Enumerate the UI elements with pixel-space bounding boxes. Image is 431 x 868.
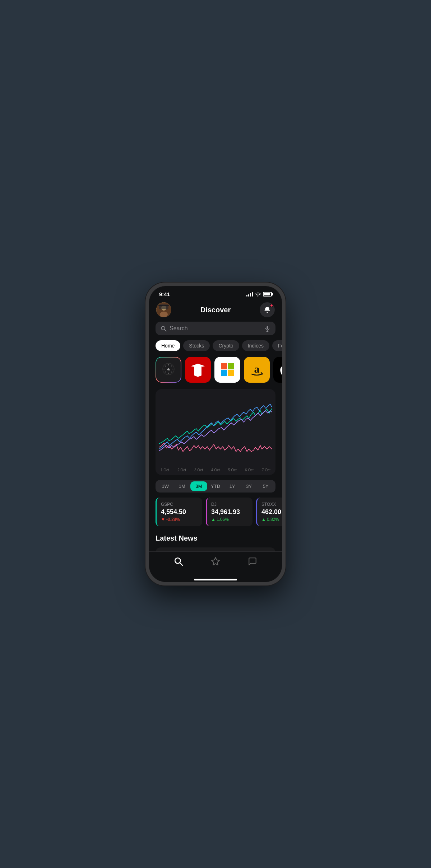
index-card-dji[interactable]: DJI 34,961.93 ▲ 1.06%	[206, 498, 252, 526]
chat-nav-icon	[248, 557, 257, 566]
period-1w[interactable]: 1W	[157, 481, 174, 491]
star-nav-icon	[211, 557, 220, 566]
axis-label-6oct: 6 Oct	[245, 468, 254, 472]
category-tabs: Home Stocks Crypto Indices Forex	[149, 340, 282, 357]
axis-label-1oct: 1 Oct	[161, 468, 169, 472]
axis-label-3oct: 3 Oct	[194, 468, 203, 472]
status-time: 9:41	[159, 291, 170, 297]
search-icon	[161, 326, 167, 332]
battery-icon	[263, 292, 272, 297]
period-3m[interactable]: 3M	[190, 481, 207, 491]
index-card-stoxx[interactable]: STOXX 462.00 ▲ 0.82%	[256, 498, 282, 526]
index-change-dji: ▲ 1.06%	[211, 517, 248, 522]
tab-crypto[interactable]: Crypto	[213, 340, 239, 351]
app-icon-all[interactable]: All	[156, 357, 181, 383]
nav-watchlist[interactable]	[205, 555, 226, 568]
status-icons	[246, 292, 272, 297]
index-value-dji: 34,961.93	[211, 508, 248, 516]
period-3y[interactable]: 3Y	[241, 481, 258, 491]
index-name-gspc: GSPC	[161, 502, 198, 507]
change-arrow-gspc: ▼	[161, 517, 165, 522]
index-name-stoxx: STOXX	[261, 502, 282, 507]
wifi-icon	[255, 292, 261, 297]
avatar[interactable]	[156, 302, 171, 317]
svg-text:a: a	[254, 363, 260, 375]
notification-button[interactable]	[260, 302, 275, 317]
nav-messages[interactable]	[242, 555, 263, 568]
bottom-nav	[149, 551, 282, 575]
period-selector: 1W 1M 3M YTD 1Y 3Y 5Y	[156, 480, 275, 493]
chart-svg	[159, 393, 272, 467]
axis-label-2oct: 2 Oct	[177, 468, 186, 472]
header: Discover	[149, 299, 282, 322]
phone-frame: 9:41	[145, 283, 286, 585]
svg-point-2	[160, 312, 168, 317]
microphone-icon[interactable]	[264, 326, 270, 332]
chart-x-axis: 1 Oct 2 Oct 3 Oct 4 Oct 5 Oct 6 Oct 7 Oc…	[159, 467, 272, 472]
app-icon-tesla[interactable]	[185, 357, 211, 383]
index-change-gspc: ▼ -0.28%	[161, 517, 198, 522]
signal-bars-icon	[246, 292, 253, 297]
index-card-gspc[interactable]: GSPC 4,554.50 ▼ -0.28%	[156, 498, 202, 526]
axis-label-5oct: 5 Oct	[228, 468, 237, 472]
svg-rect-23	[221, 370, 227, 376]
index-value-stoxx: 462.00	[261, 508, 282, 516]
app-icons-row: All	[149, 357, 282, 389]
status-bar: 9:41	[149, 286, 282, 299]
screen: 9:41	[149, 286, 282, 582]
svg-line-32	[180, 563, 182, 565]
svg-rect-7	[267, 326, 268, 329]
index-name-dji: DJI	[211, 502, 248, 507]
home-indicator	[149, 575, 282, 582]
search-placeholder: Search	[170, 325, 261, 332]
app-icon-microsoft[interactable]	[214, 357, 240, 383]
notification-badge	[270, 304, 273, 307]
nav-search[interactable]	[168, 555, 189, 568]
period-1y[interactable]: 1Y	[224, 481, 241, 491]
svg-rect-22	[228, 363, 234, 369]
search-bar[interactable]: Search	[156, 322, 275, 335]
svg-rect-24	[228, 370, 234, 376]
tab-indices[interactable]: Indices	[242, 340, 269, 351]
main-scroll[interactable]: Discover Search	[149, 299, 282, 551]
svg-rect-4	[158, 305, 169, 306]
chart-section: 1 Oct 2 Oct 3 Oct 4 Oct 5 Oct 6 Oct 7 Oc…	[156, 389, 275, 475]
period-5y[interactable]: 5Y	[257, 481, 274, 491]
search-nav-icon	[174, 557, 183, 566]
svg-rect-21	[221, 363, 227, 369]
index-value-gspc: 4,554.50	[161, 508, 198, 516]
app-icon-apple[interactable]	[273, 357, 282, 383]
index-change-stoxx: ▲ 0.82%	[261, 517, 282, 522]
bell-icon	[264, 306, 271, 313]
home-bar	[194, 579, 237, 580]
latest-news-title: Latest News	[149, 533, 282, 547]
period-1m[interactable]: 1M	[174, 481, 191, 491]
tab-forex[interactable]: Forex	[272, 340, 282, 351]
change-arrow-stoxx: ▲	[261, 517, 266, 522]
app-icon-amazon[interactable]: a	[244, 357, 270, 383]
axis-label-7oct: 7 Oct	[262, 468, 270, 472]
period-ytd[interactable]: YTD	[207, 481, 224, 491]
news-card-0[interactable]: BBCNEWS BBC News 1h ago Tesla bucks mark…	[156, 547, 275, 551]
svg-line-6	[164, 329, 166, 331]
indices-row: GSPC 4,554.50 ▼ -0.28% DJI 34,961.93 ▲ 1…	[149, 498, 282, 533]
axis-label-4oct: 4 Oct	[211, 468, 220, 472]
tab-home[interactable]: Home	[156, 340, 180, 351]
change-arrow-dji: ▲	[211, 517, 216, 522]
tab-stocks[interactable]: Stocks	[183, 340, 210, 351]
page-title: Discover	[200, 306, 231, 314]
